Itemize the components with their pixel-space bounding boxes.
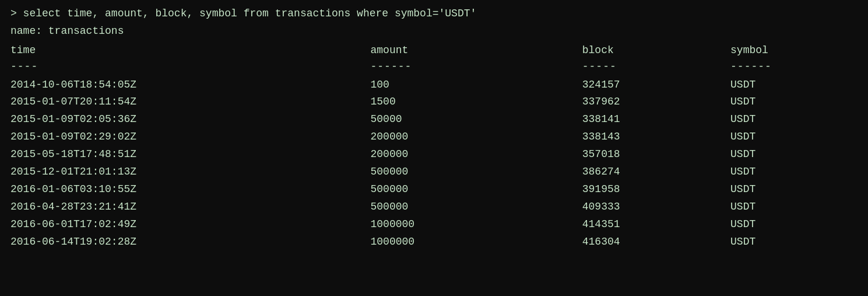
column-headers: time amount block symbol	[10, 42, 858, 59]
cell-time: 2015-01-07T20:11:54Z	[10, 93, 371, 111]
cell-block: 416304	[582, 234, 730, 251]
divider-block: -----	[582, 59, 730, 76]
cell-time: 2015-05-18T17:48:51Z	[10, 146, 371, 163]
cell-symbol: USDT	[730, 199, 858, 216]
cell-symbol: USDT	[730, 234, 858, 251]
cell-amount: 200000	[371, 128, 582, 146]
cell-amount: 200000	[371, 146, 582, 163]
table-row: 2016-06-14T19:02:28Z1000000416304USDT	[10, 234, 858, 251]
table-row: 2015-05-18T17:48:51Z200000357018USDT	[10, 146, 858, 163]
col-header-time: time	[10, 42, 371, 59]
query-line: > select time, amount, block, symbol fro…	[10, 6, 858, 22]
cell-block: 337962	[582, 93, 730, 111]
table-row: 2015-01-07T20:11:54Z1500337962USDT	[10, 93, 858, 111]
table-row: 2016-04-28T23:21:41Z500000409333USDT	[10, 199, 858, 216]
cell-amount: 500000	[371, 199, 582, 216]
col-header-amount: amount	[371, 42, 582, 59]
cell-block: 391958	[582, 181, 730, 199]
cell-amount: 1000000	[371, 216, 582, 234]
cell-block: 357018	[582, 146, 730, 163]
cell-block: 386274	[582, 163, 730, 181]
col-header-symbol: symbol	[730, 42, 858, 59]
col-header-block: block	[582, 42, 730, 59]
cell-time: 2016-01-06T03:10:55Z	[10, 181, 371, 199]
table-row: 2015-01-09T02:29:02Z200000338143USDT	[10, 128, 858, 146]
cell-time: 2016-04-28T23:21:41Z	[10, 199, 371, 216]
table-row: 2016-06-01T17:02:49Z1000000414351USDT	[10, 216, 858, 234]
table-row: 2015-01-09T02:05:36Z50000338141USDT	[10, 111, 858, 128]
results-table: time amount block symbol ---- ------ ---…	[10, 42, 858, 251]
cell-time: 2016-06-14T19:02:28Z	[10, 234, 371, 251]
cell-amount: 50000	[371, 111, 582, 128]
table-body: 2014-10-06T18:54:05Z100324157USDT2015-01…	[10, 76, 858, 251]
cell-symbol: USDT	[730, 111, 858, 128]
cell-symbol: USDT	[730, 93, 858, 111]
cell-time: 2015-12-01T21:01:13Z	[10, 163, 371, 181]
cell-block: 338143	[582, 128, 730, 146]
cell-amount: 100	[371, 76, 582, 94]
divider-amount: ------	[371, 59, 582, 76]
cell-amount: 1500	[371, 93, 582, 111]
divider-time: ----	[10, 59, 371, 76]
cell-symbol: USDT	[730, 128, 858, 146]
cell-symbol: USDT	[730, 181, 858, 199]
cell-amount: 500000	[371, 181, 582, 199]
table-row: 2014-10-06T18:54:05Z100324157USDT	[10, 76, 858, 94]
table-row: 2015-12-01T21:01:13Z500000386274USDT	[10, 163, 858, 181]
cell-block: 414351	[582, 216, 730, 234]
cell-symbol: USDT	[730, 76, 858, 94]
cell-time: 2014-10-06T18:54:05Z	[10, 76, 371, 94]
cell-amount: 500000	[371, 163, 582, 181]
cell-symbol: USDT	[730, 163, 858, 181]
cell-block: 338141	[582, 111, 730, 128]
cell-time: 2015-01-09T02:29:02Z	[10, 128, 371, 146]
cell-time: 2015-01-09T02:05:36Z	[10, 111, 371, 128]
column-dividers: ---- ------ ----- ------	[10, 59, 858, 76]
cell-symbol: USDT	[730, 146, 858, 163]
cell-symbol: USDT	[730, 216, 858, 234]
cell-block: 409333	[582, 199, 730, 216]
cell-block: 324157	[582, 76, 730, 94]
cell-time: 2016-06-01T17:02:49Z	[10, 216, 371, 234]
table-row: 2016-01-06T03:10:55Z500000391958USDT	[10, 181, 858, 199]
cell-amount: 1000000	[371, 234, 582, 251]
name-line: name: transactions	[10, 23, 858, 40]
divider-symbol: ------	[730, 59, 858, 76]
